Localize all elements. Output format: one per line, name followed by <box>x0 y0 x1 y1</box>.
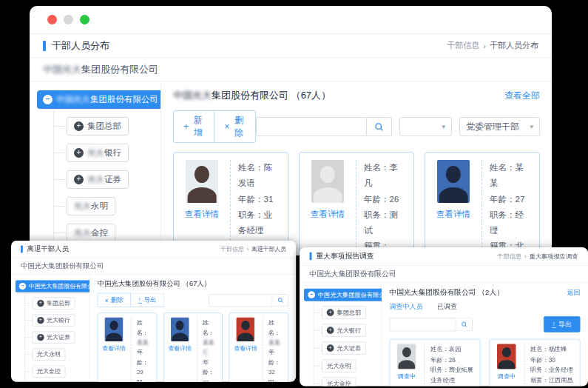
tree-node[interactable]: 光大永明 <box>322 360 356 372</box>
tree-node-bank[interactable]: +光大银行 <box>67 144 129 162</box>
expand-icon[interactable]: + <box>327 327 334 334</box>
status-link[interactable]: 调查中 <box>397 372 416 381</box>
tab-investigated[interactable]: 已调查 <box>437 302 457 312</box>
delete-button[interactable]: ×删除 <box>98 293 131 307</box>
company-bar: 中国光大集团股份有限公司 <box>30 58 552 81</box>
title-accent-bar <box>43 41 46 51</box>
person-card-grid: 调查中 姓名：袁园 年龄：26 职务：商业拓展业务经理 籍贯：内蒙古 调查中 <box>390 339 581 387</box>
delete-icon: × <box>224 121 229 132</box>
tree-node-hq[interactable]: +集团总部 <box>67 117 129 136</box>
tree-node-root[interactable]: − 中国光大集团股份有限公司 <box>304 289 382 301</box>
content-title: 中国光大集团股份有限公司 （67人） <box>98 279 211 289</box>
page-header: 重大事项报告调查 干部信息 › 重大事项报告调查 <box>300 247 588 266</box>
view-all-link[interactable]: 查看全部 <box>504 90 540 102</box>
back-link[interactable]: 返回 <box>567 287 581 297</box>
expand-icon[interactable]: + <box>74 175 84 184</box>
tree-node-securities[interactable]: +光大证券 <box>67 170 129 189</box>
expand-icon[interactable]: + <box>74 121 84 131</box>
minimize-button[interactable] <box>64 15 73 24</box>
view-detail-link[interactable]: 查看详情 <box>102 344 126 352</box>
search-input[interactable] <box>390 318 456 331</box>
person-name: 某某 <box>137 339 149 346</box>
person-age: 30 <box>549 356 555 363</box>
content-title: 中国光大集团股份有限公司 （67人） <box>173 89 331 102</box>
org-tree-panel: − 中国光大集团股份有限公司 +集团总部 +光大银行 +光大证券 光大永明 光大… <box>30 81 161 255</box>
person-photo <box>237 318 254 341</box>
tree-node[interactable]: 光大永明 <box>33 348 66 361</box>
breadcrumb-root[interactable]: 干部信息 <box>220 245 244 253</box>
delete-icon: × <box>105 296 109 304</box>
person-age: 31 <box>264 195 274 204</box>
breadcrumb-root[interactable]: 干部信息 <box>497 252 521 260</box>
person-card: 调查中 姓名：袁园 年龄：26 职务：商业拓展业务经理 籍贯：内蒙古 <box>390 339 481 387</box>
view-detail-link[interactable]: 查看详情 <box>311 209 345 220</box>
search-button[interactable] <box>273 294 289 307</box>
zoom-button[interactable] <box>80 15 89 24</box>
tree-node-yongming[interactable]: 光大永明 <box>67 197 115 215</box>
tree-node-jinkong[interactable]: 光大金控 <box>67 224 115 242</box>
view-detail-link[interactable]: 查看详情 <box>168 344 192 352</box>
breadcrumb-root[interactable]: 干部信息 <box>447 40 479 51</box>
export-button[interactable]: ↑导出 <box>131 293 164 307</box>
content-title: 中国光大集团股份有限公司 （2人） <box>390 287 504 298</box>
delete-button[interactable]: ×删除 <box>214 110 255 143</box>
tree-node[interactable]: +光大证券 <box>33 331 75 344</box>
expand-icon[interactable]: + <box>37 317 44 324</box>
breadcrumb-current: 重大事项报告调查 <box>530 252 578 260</box>
person-card-grid: 查看详情 姓名：某某 年龄：29 职务：业务经理 籍贯：海南 查看详情 <box>98 312 288 382</box>
collapse-icon[interactable]: − <box>308 291 315 298</box>
tree-node-root[interactable]: − 中国光大集团股份有限公司 <box>16 280 90 292</box>
cadre-type-select[interactable]: 党委管理干部▾ <box>459 117 540 136</box>
person-age: 26 <box>390 195 399 204</box>
person-card: 查看详情 姓名：陈发语 年龄：31 职务：业务经理 籍贯：北京市 <box>173 152 288 255</box>
title-accent-bar <box>21 245 23 252</box>
person-name: 某某汇 <box>203 339 214 355</box>
breadcrumb: 干部信息 › 干部人员分布 <box>447 40 538 51</box>
person-card: 查看详情 姓名：某某 年龄：29 职务：业务经理 籍贯：海南 <box>98 312 157 382</box>
view-detail-link[interactable]: 查看详情 <box>185 209 219 220</box>
search-button[interactable] <box>456 318 473 331</box>
breadcrumb-separator-icon: › <box>246 246 249 252</box>
tree-node[interactable]: +光大银行 <box>33 314 75 327</box>
person-photo <box>105 318 123 341</box>
expand-icon[interactable]: + <box>74 148 84 158</box>
person-photo <box>497 344 516 369</box>
collapse-icon[interactable]: − <box>19 283 26 290</box>
close-button[interactable] <box>47 15 57 24</box>
expand-icon[interactable]: + <box>37 334 44 341</box>
tree-node[interactable]: +集团总部 <box>322 307 366 319</box>
tree-node[interactable]: +光大证券 <box>322 342 366 355</box>
collapse-icon[interactable]: − <box>43 95 53 104</box>
filter-select-empty[interactable]: ▾ <box>399 117 453 136</box>
expand-icon[interactable]: + <box>327 309 334 316</box>
search-button[interactable] <box>367 117 392 136</box>
divider <box>524 344 525 387</box>
add-button[interactable]: +新增 <box>173 110 214 143</box>
export-button[interactable]: ↑导出 <box>544 316 581 332</box>
breadcrumb-separator-icon: › <box>483 41 486 50</box>
expand-icon[interactable]: + <box>327 344 334 352</box>
breadcrumb: 干部信息 › 离退干部人员 <box>220 245 286 253</box>
tree-node[interactable]: +光大银行 <box>322 324 366 337</box>
tree-node[interactable]: 光大金控 <box>33 365 66 378</box>
person-card: 查看详情 姓名：某某 年龄：32 职务：业务经理 籍贯：内蒙古 <box>229 312 288 382</box>
tab-under-investigation[interactable]: 调查中人员 <box>390 302 423 312</box>
retired-cadre-window: 离退干部人员 干部信息 › 离退干部人员 中国光大集团股份有限公司 − 中国光大… <box>11 241 296 382</box>
status-link[interactable]: 调查中 <box>497 372 516 381</box>
org-tree-panel: − 中国光大集团股份有限公司 +集团总部 +光大银行 +光大证券 光大永明 光大… <box>11 275 90 382</box>
export-icon: ↑ <box>552 321 556 328</box>
content-panel: 中国光大集团股份有限公司 （67人） ×删除 ↑导出 <box>90 275 297 382</box>
view-detail-link[interactable]: 查看详情 <box>436 209 470 220</box>
page-title: 干部人员分布 <box>52 39 109 53</box>
view-detail-link[interactable]: 查看详情 <box>234 344 257 352</box>
expand-icon[interactable]: + <box>37 300 44 307</box>
tree-node[interactable]: 光大金控 <box>322 378 356 387</box>
tree-node-root[interactable]: − 中国光大集团股份有限公司 <box>37 90 161 109</box>
search-icon <box>461 321 467 327</box>
person-name: 杨世峰 <box>549 346 567 352</box>
main-window: 干部人员分布 干部信息 › 干部人员分布 中国光大集团股份有限公司 − 中国光大… <box>30 6 552 255</box>
person-age: 29 <box>137 369 143 375</box>
search-input[interactable] <box>256 117 367 136</box>
tree-node[interactable]: +集团总部 <box>33 297 75 310</box>
search-input[interactable] <box>209 294 272 307</box>
